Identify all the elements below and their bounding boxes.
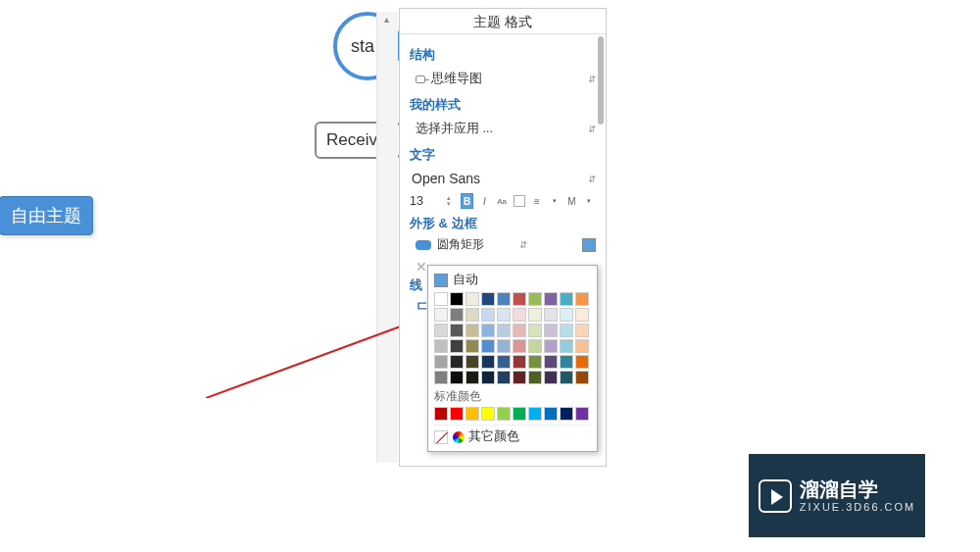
color-swatch[interactable] xyxy=(544,308,558,322)
auto-color-row[interactable]: 自动 xyxy=(434,270,591,292)
color-swatch[interactable] xyxy=(434,308,448,322)
panel-scrollbar[interactable] xyxy=(598,36,604,125)
color-swatch[interactable] xyxy=(450,355,464,369)
chevron-updown-icon: ⇵ xyxy=(588,174,596,184)
color-swatch[interactable] xyxy=(560,407,573,421)
shape-dropdown[interactable]: 圆角矩形 ⇵ xyxy=(410,236,596,253)
color-swatch[interactable] xyxy=(450,292,464,306)
color-swatch[interactable] xyxy=(513,324,526,337)
color-swatch[interactable] xyxy=(497,324,511,337)
color-swatch[interactable] xyxy=(466,407,479,421)
align-dropdown-icon[interactable]: ▾ xyxy=(548,193,562,209)
other-colors-row[interactable]: 其它颜色 xyxy=(434,425,591,445)
color-swatch[interactable] xyxy=(575,292,589,306)
color-swatch[interactable] xyxy=(528,339,542,353)
color-swatch[interactable] xyxy=(575,339,589,353)
color-swatch[interactable] xyxy=(560,292,573,306)
color-swatch[interactable] xyxy=(466,371,479,384)
color-swatch[interactable] xyxy=(544,324,558,337)
color-swatch[interactable] xyxy=(575,407,589,421)
color-swatch[interactable] xyxy=(497,371,511,384)
color-swatch[interactable] xyxy=(528,355,542,369)
color-swatch[interactable] xyxy=(513,371,526,384)
align-button[interactable]: ≡ xyxy=(530,193,544,209)
color-swatch[interactable] xyxy=(466,292,479,306)
free-topic-label: 自由主题 xyxy=(11,204,81,227)
color-swatch[interactable] xyxy=(481,407,495,421)
color-swatch[interactable] xyxy=(528,308,542,322)
color-swatch[interactable] xyxy=(450,371,464,384)
section-shape-header: 外形 & 边框 xyxy=(410,215,596,232)
color-swatch[interactable] xyxy=(466,324,479,337)
mystyle-dropdown[interactable]: 选择并应用 ... ⇵ xyxy=(410,118,596,140)
color-swatch[interactable] xyxy=(497,308,511,322)
color-swatch[interactable] xyxy=(434,324,448,337)
color-swatch[interactable] xyxy=(560,324,573,337)
canvas-scrollbar[interactable]: ▴ xyxy=(376,12,398,463)
color-swatch[interactable] xyxy=(528,407,542,421)
color-swatch[interactable] xyxy=(481,308,495,322)
color-swatch[interactable] xyxy=(560,308,573,322)
color-swatch[interactable] xyxy=(528,292,542,306)
color-swatch[interactable] xyxy=(450,339,464,353)
color-swatch[interactable] xyxy=(481,292,495,306)
font-size-value[interactable]: 13 xyxy=(410,194,443,208)
scroll-up-icon[interactable]: ▴ xyxy=(384,14,389,25)
font-size-stepper[interactable]: ▴▾ xyxy=(447,195,451,207)
color-swatch[interactable] xyxy=(513,308,526,322)
color-swatch[interactable] xyxy=(466,308,479,322)
color-swatch[interactable] xyxy=(544,292,558,306)
color-swatch[interactable] xyxy=(450,308,464,322)
color-swatch[interactable] xyxy=(575,355,589,369)
color-swatch[interactable] xyxy=(575,324,589,337)
color-swatch[interactable] xyxy=(497,339,511,353)
text-case-button[interactable]: Aa xyxy=(495,193,509,209)
color-swatch[interactable] xyxy=(497,292,511,306)
color-swatch[interactable] xyxy=(544,407,558,421)
color-swatch[interactable] xyxy=(513,355,526,369)
fill-color-button[interactable] xyxy=(582,238,596,252)
italic-button[interactable]: I xyxy=(477,193,491,209)
color-swatch[interactable] xyxy=(434,292,448,306)
free-topic-node[interactable]: 自由主题 xyxy=(0,196,93,235)
color-swatch[interactable] xyxy=(481,355,495,369)
color-swatch[interactable] xyxy=(513,339,526,353)
color-swatch[interactable] xyxy=(560,371,573,384)
color-swatch[interactable] xyxy=(450,324,464,337)
color-swatch[interactable] xyxy=(544,371,558,384)
color-swatch[interactable] xyxy=(434,407,448,421)
text-color-button[interactable] xyxy=(513,193,526,209)
color-swatch[interactable] xyxy=(434,355,448,369)
play-icon xyxy=(759,479,792,513)
color-swatch[interactable] xyxy=(528,371,542,384)
watermark-logo: 溜溜自学 ZIXUE.3D66.COM xyxy=(749,454,925,537)
bold-button[interactable]: B xyxy=(461,193,474,209)
color-swatch[interactable] xyxy=(544,355,558,369)
color-swatch[interactable] xyxy=(434,339,448,353)
color-swatch[interactable] xyxy=(466,355,479,369)
m-dropdown-icon[interactable]: ▾ xyxy=(582,193,596,209)
color-swatch[interactable] xyxy=(575,371,589,384)
chevron-updown-icon: ⇵ xyxy=(519,239,527,250)
color-swatch[interactable] xyxy=(575,308,589,322)
color-swatch[interactable] xyxy=(528,324,542,337)
structure-dropdown[interactable]: 思维导图 ⇵ xyxy=(410,68,596,90)
color-swatch[interactable] xyxy=(497,355,511,369)
color-swatch[interactable] xyxy=(434,371,448,384)
color-swatch[interactable] xyxy=(560,339,573,353)
m-button[interactable]: M xyxy=(564,193,578,209)
auto-color-swatch xyxy=(434,274,448,287)
color-swatch[interactable] xyxy=(497,407,511,421)
clear-icon[interactable]: ✕ xyxy=(416,259,427,275)
chevron-updown-icon: ⇵ xyxy=(588,74,596,84)
color-swatch[interactable] xyxy=(560,355,573,369)
color-swatch[interactable] xyxy=(481,339,495,353)
font-dropdown[interactable]: Open Sans ⇵ xyxy=(410,168,596,189)
color-swatch[interactable] xyxy=(481,324,495,337)
color-swatch[interactable] xyxy=(466,339,479,353)
color-swatch[interactable] xyxy=(513,292,526,306)
color-swatch[interactable] xyxy=(481,371,495,384)
color-swatch[interactable] xyxy=(544,339,558,353)
color-swatch[interactable] xyxy=(450,407,464,421)
color-swatch[interactable] xyxy=(513,407,526,421)
